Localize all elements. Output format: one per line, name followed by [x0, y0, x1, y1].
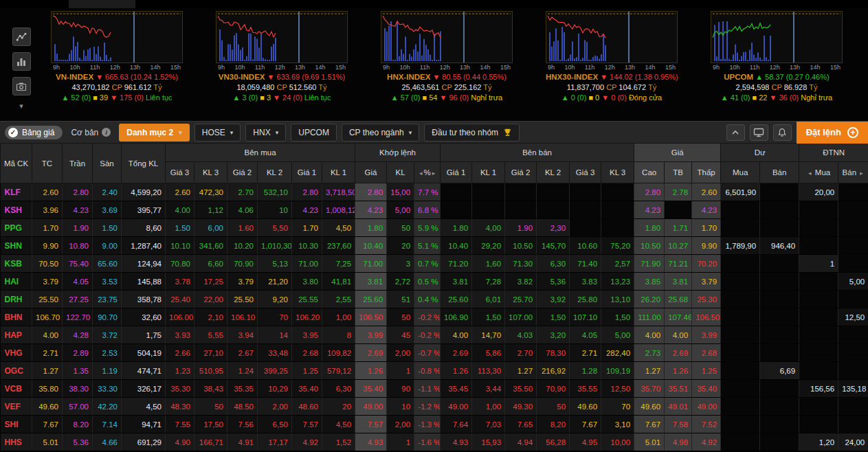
cell-ask-price2[interactable]: 4.03	[505, 326, 537, 344]
index-panel-hnx-index[interactable]: 9h10h11h12h13h14h15hHNX-INDEX ▼ 80.55 (0…	[372, 8, 537, 121]
sector-dropdown[interactable]: CP theo ngành ▾	[342, 124, 419, 142]
cell-bid-price2[interactable]: 1.60	[227, 219, 258, 237]
cell-matched-price[interactable]: 2.69	[355, 344, 387, 362]
cell-ask-price3[interactable]: 2.71	[570, 344, 601, 362]
cell-matched-price[interactable]: 10.40	[355, 237, 387, 255]
cell-code[interactable]: BHN	[1, 308, 32, 326]
cell-ask-price2[interactable]: 2.70	[505, 344, 537, 362]
cell-code[interactable]: VEF	[1, 398, 32, 416]
cell-ask-price3[interactable]	[570, 219, 601, 237]
cell-bid-price1[interactable]: 2.68	[292, 344, 322, 362]
cell-ask-price1[interactable]: 4.00	[441, 326, 472, 344]
index-panel-vn-index[interactable]: 9h10h11h12h13h14h15hVN-INDEX ▼ 665.63 (1…	[43, 8, 208, 121]
place-order-button[interactable]: Đặt lệnh +	[797, 122, 868, 144]
table-row-SHN[interactable]: SHN9.9010.809.001,287,4010.10341,6010.20…	[1, 237, 868, 255]
cell-ask-price1[interactable]: 35.45	[441, 380, 472, 398]
cell-ask-price2[interactable]: 7.65	[505, 416, 537, 433]
cell-bid-price2[interactable]: 2.67	[227, 344, 258, 362]
cell-bid-price3[interactable]: 25.40	[166, 291, 194, 308]
cell-bid-price1[interactable]: 4.92	[292, 433, 322, 451]
cell-bid-price3[interactable]: 1.23	[166, 362, 194, 380]
table-row-KSB[interactable]: KSB70.5075.4065.60124,9470.806,6070.905,…	[1, 255, 868, 273]
cell-code[interactable]: PPG	[1, 219, 32, 237]
tab-price-board[interactable]: ✓ Bảng giá	[5, 126, 63, 139]
cell-ask-price2[interactable]: 1.90	[505, 219, 537, 237]
cell-bid-price1[interactable]: 2.80	[292, 183, 322, 201]
cell-bid-price2[interactable]: 2.70	[227, 183, 258, 201]
cell-bid-price2[interactable]: 48.50	[227, 398, 258, 416]
cell-bid-price3[interactable]: 48.30	[166, 398, 194, 416]
cell-bid-price3[interactable]: 7.55	[166, 416, 194, 433]
cell-bid-price1[interactable]: 25.55	[292, 291, 322, 308]
display-button[interactable]	[750, 124, 768, 141]
cell-ask-price2[interactable]: 107.00	[505, 308, 537, 326]
table-row-BHN[interactable]: BHN106.70122.7090.7032,60106.002,10106.1…	[1, 308, 868, 326]
snapshot-button[interactable]	[12, 77, 31, 95]
cell-ask-price1[interactable]	[441, 201, 472, 219]
cell-bid-price3[interactable]: 4.90	[166, 433, 194, 451]
cell-bid-price1[interactable]: 106.20	[292, 308, 322, 326]
cell-matched-price[interactable]: 35.40	[355, 380, 387, 398]
cell-ask-price1[interactable]: 106.90	[441, 308, 472, 326]
cell-bid-price1[interactable]: 1.25	[292, 362, 322, 380]
cell-matched-price[interactable]: 4.93	[355, 433, 387, 451]
cell-ask-price1[interactable]: 1.26	[441, 362, 472, 380]
cell-bid-price3[interactable]: 2.66	[166, 344, 194, 362]
cell-ask-price1[interactable]: 71.20	[441, 255, 472, 273]
table-row-PPG[interactable]: PPG1.701.901.508,601.506,001.605,501.704…	[1, 219, 868, 237]
cell-matched-price[interactable]: 1.80	[355, 219, 387, 237]
cell-ask-price3[interactable]: 25.80	[570, 291, 601, 308]
cell-code[interactable]: HAI	[1, 273, 32, 291]
cell-ask-price2[interactable]: 4.94	[505, 433, 537, 451]
table-row-HAP[interactable]: HAP4.004.283.721,753.935,553.94143.9583.…	[1, 326, 868, 344]
index-panel-vn30-index[interactable]: 9h10h11h12h13h14h15hVN30-INDEX ▼ 633.69 …	[208, 8, 372, 121]
cell-ask-price3[interactable]: 35.55	[570, 380, 601, 398]
cell-ask-price3[interactable]: 1.28	[570, 362, 601, 380]
cell-ask-price2[interactable]: 1.27	[505, 362, 537, 380]
upcom-button[interactable]: UPCOM	[291, 124, 337, 142]
alerts-button[interactable]	[773, 124, 792, 141]
cell-bid-price2[interactable]: 70.90	[227, 255, 258, 273]
cell-code[interactable]: HHS	[1, 433, 32, 451]
hnx-dropdown[interactable]: HNX ▾	[245, 124, 286, 142]
cell-bid-price1[interactable]: 35.40	[292, 380, 322, 398]
cell-matched-price[interactable]: 25.60	[355, 291, 387, 308]
cell-bid-price3[interactable]: 106.00	[166, 308, 194, 326]
cell-bid-price3[interactable]: 35.30	[166, 380, 194, 398]
cell-ask-price3[interactable]	[570, 201, 601, 219]
cell-matched-price[interactable]: 71.00	[355, 255, 387, 273]
cell-code[interactable]: KSB	[1, 255, 32, 273]
cell-ask-price2[interactable]: 3.82	[505, 273, 537, 291]
cell-matched-price[interactable]: 4.23	[355, 201, 387, 219]
cell-code[interactable]: VCB	[1, 380, 32, 398]
cell-matched-price[interactable]: 3.81	[355, 273, 387, 291]
scroll-left-icon[interactable]: ◂	[807, 170, 813, 177]
cell-matched-price[interactable]: 106.50	[355, 308, 387, 326]
cell-bid-price2[interactable]: 7.56	[227, 416, 258, 433]
index-panel-upcom[interactable]: 9h10h11h12h13h14h15hUPCOM ▲ 58.37 (0.27 …	[702, 8, 867, 121]
cell-bid-price3[interactable]: 3.93	[166, 326, 194, 344]
cell-bid-price2[interactable]: 10.20	[227, 237, 258, 255]
cell-bid-price2[interactable]: 4.06	[227, 201, 258, 219]
cell-ask-price3[interactable]	[570, 183, 601, 201]
cell-bid-price2[interactable]: 3.94	[227, 326, 258, 344]
cell-ask-price1[interactable]: 49.00	[441, 398, 472, 416]
cell-ask-price1[interactable]: 2.69	[441, 344, 472, 362]
watchlist-dropdown[interactable]: Danh mục 2 ▾	[119, 124, 190, 142]
cell-bid-price3[interactable]: 10.10	[166, 237, 194, 255]
cell-bid-price3[interactable]: 1.50	[166, 219, 194, 237]
table-row-SHI[interactable]: SHI7.678.207.1494,717.5517,507.566,507.5…	[1, 416, 868, 433]
cell-ask-price3[interactable]: 4.05	[570, 326, 601, 344]
group-invest-button[interactable]: Đầu tư theo nhóm	[424, 124, 520, 142]
cell-bid-price1[interactable]: 4.23	[292, 201, 322, 219]
cell-bid-price3[interactable]: 2.60	[166, 183, 194, 201]
cell-ask-price3[interactable]: 3.83	[570, 273, 601, 291]
table-row-VHG[interactable]: VHG2.712.892.53504,192.6627,102.6733,482…	[1, 344, 868, 362]
cell-matched-price[interactable]: 49.00	[355, 398, 387, 416]
cell-bid-price1[interactable]: 3.80	[292, 273, 322, 291]
cell-bid-price2[interactable]: 25.50	[227, 291, 258, 308]
cell-ask-price3[interactable]: 71.40	[570, 255, 601, 273]
cell-bid-price3[interactable]: 4.00	[166, 201, 194, 219]
bar-chart-button[interactable]	[12, 52, 31, 71]
cell-matched-price[interactable]: 7.57	[355, 416, 387, 433]
